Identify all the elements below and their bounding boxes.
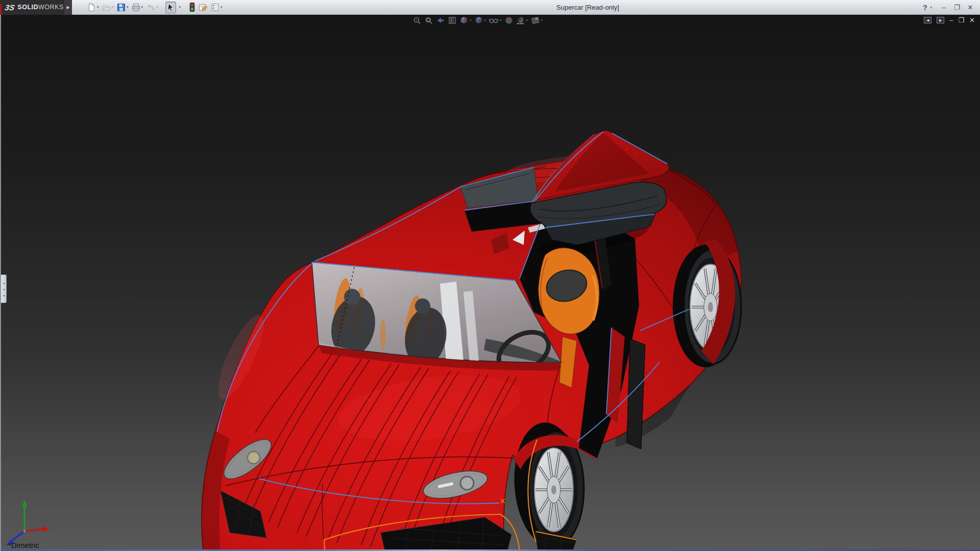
zoom-to-fit-button[interactable] (412, 16, 422, 25)
new-document-button[interactable]: ▾ (86, 2, 100, 13)
hide-show-items-button[interactable]: ▾ (488, 16, 502, 25)
collapse-arrow-icon: ◂ (3, 287, 4, 291)
comment-note-icon (199, 3, 208, 12)
collapse-arrow-icon: ◂ (3, 293, 4, 297)
3d-model-canvas[interactable] (1, 15, 980, 551)
help-button[interactable]: ? (922, 4, 928, 12)
print-icon (132, 3, 140, 12)
edit-appearance-button[interactable] (504, 16, 513, 25)
save-button[interactable]: ▾ (116, 2, 130, 13)
glasses-icon (488, 16, 499, 25)
graphics-viewport[interactable]: ▾ ▾ ▾ (0, 15, 980, 551)
menu-flyout-arrow[interactable]: ▶ (64, 0, 72, 15)
zoom-to-area-button[interactable] (424, 16, 433, 25)
section-view-button[interactable] (448, 16, 457, 25)
brand-works: WORKS (38, 4, 64, 11)
supercar-model (1, 15, 980, 551)
previous-view-icon (436, 16, 445, 25)
window-controls: ? ▾ – ❐ ✕ (922, 0, 976, 15)
view-orientation-button[interactable]: ▾ (459, 16, 472, 25)
new-document-icon (87, 3, 96, 12)
previous-view-button[interactable] (436, 16, 445, 25)
view-settings-icon (530, 16, 540, 25)
close-button[interactable]: ✕ (965, 4, 976, 11)
pane-collapse-right-button[interactable]: ▶ (937, 17, 944, 23)
feature-tree-collapse-tab[interactable]: ◂ ◂ ◂ (1, 274, 7, 303)
select-dropdown[interactable]: ▾ (177, 4, 182, 11)
checklist-icon (211, 3, 219, 12)
undo-button[interactable]: ▾ (145, 2, 159, 13)
menu-bar: 3S SOLIDWORKS ▶ ▾ ▾ ▾ (0, 0, 980, 15)
select-button[interactable] (165, 2, 176, 13)
logo-3ds-mark: 3S (4, 3, 15, 12)
minimize-button[interactable]: – (938, 4, 949, 11)
apply-scene-button[interactable]: ▾ (516, 16, 528, 25)
comment-button[interactable] (198, 2, 209, 13)
help-dropdown[interactable]: ▾ (930, 6, 932, 10)
heads-up-view-toolbar: ▾ ▾ ▾ (412, 16, 543, 25)
open-icon (102, 3, 111, 12)
restore-button[interactable]: ❐ (951, 4, 963, 11)
undo-icon (146, 3, 155, 12)
apply-scene-icon (516, 16, 525, 25)
doc-close-button[interactable]: ✕ (969, 16, 975, 24)
main-toolbar: ▾ ▾ ▾ ▾ (86, 1, 224, 13)
open-button[interactable]: ▾ (101, 2, 115, 13)
collapse-arrow-icon: ◂ (3, 281, 4, 285)
pane-collapse-left-button[interactable]: ◀ (924, 17, 932, 23)
zoom-to-area-icon (424, 16, 433, 25)
display-states-button[interactable] (188, 1, 197, 13)
logo-red-edge (0, 4, 2, 15)
options-button[interactable]: ▾ (210, 2, 224, 13)
section-view-icon (448, 16, 457, 25)
view-orientation-cube-icon (459, 16, 469, 25)
document-window-controls: ◀ ▶ – ❐ ✕ (924, 16, 975, 24)
view-orientation-label: *Dimetric (8, 541, 39, 549)
print-button[interactable]: ▾ (131, 2, 144, 13)
save-icon (117, 3, 126, 12)
appearance-ball-icon (504, 16, 513, 25)
solidworks-logo: 3S SOLIDWORKS (0, 0, 64, 15)
triad-x-axis (24, 529, 45, 531)
display-style-button[interactable]: ▾ (474, 16, 486, 25)
doc-restore-button[interactable]: ❐ (958, 16, 964, 24)
display-style-cube-icon (474, 16, 483, 25)
doc-minimize-button[interactable]: – (949, 16, 953, 24)
brand-solid: SOLID (17, 4, 38, 11)
select-cursor-icon (166, 3, 175, 12)
view-settings-button[interactable]: ▾ (530, 16, 543, 25)
document-title: Supercar [Read-only] (556, 0, 619, 15)
zoom-to-fit-icon (412, 16, 422, 25)
traffic-light-icon (189, 3, 195, 12)
